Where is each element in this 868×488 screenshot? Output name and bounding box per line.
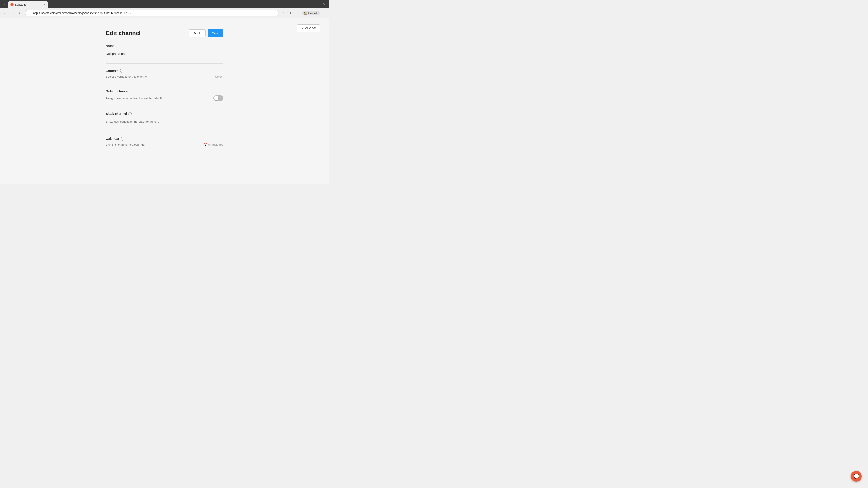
default-channel-row: Assign new tasks to this channel by defa… bbox=[106, 95, 223, 101]
save-button[interactable]: Save bbox=[208, 29, 223, 37]
toolbar-icons: ☆ ⬇ ▭ 🕵 Incognito ⋮ bbox=[280, 10, 327, 16]
close-x-icon: ✕ bbox=[301, 27, 304, 30]
calendar-label-row: Calendar ? bbox=[106, 137, 223, 140]
tab-favicon: S bbox=[10, 3, 13, 6]
default-channel-label: Default channel bbox=[106, 90, 223, 93]
default-channel-toggle[interactable] bbox=[213, 95, 223, 101]
form-title: Edit channel bbox=[106, 30, 141, 37]
slack-section: Slack channel ? bbox=[106, 112, 223, 131]
minimize-button[interactable]: ─ bbox=[309, 1, 315, 7]
context-label: Context bbox=[106, 69, 118, 73]
calendar-value: unassigned bbox=[209, 143, 223, 147]
back-button[interactable]: ← bbox=[2, 10, 8, 16]
form-container: Edit channel Delete Save Name Context ? … bbox=[101, 29, 228, 166]
default-channel-description: Assign new tasks to this channel by defa… bbox=[106, 96, 162, 100]
name-section: Name bbox=[106, 44, 223, 64]
context-row: Select a context for this channel. Selec… bbox=[106, 75, 223, 78]
name-input[interactable] bbox=[106, 50, 223, 58]
reload-button[interactable]: ↻ bbox=[17, 10, 24, 16]
form-header: Edit channel Delete Save bbox=[106, 29, 223, 37]
more-options-icon[interactable]: ⋮ bbox=[321, 10, 327, 16]
incognito-icon: 🕵 bbox=[304, 11, 307, 15]
forward-button[interactable]: → bbox=[9, 10, 16, 16]
incognito-badge: 🕵 Incognito bbox=[302, 11, 320, 15]
slack-label: Slack channel bbox=[106, 112, 127, 116]
tab-close-icon[interactable]: ✕ bbox=[43, 3, 46, 6]
download-icon[interactable]: ⬇ bbox=[287, 10, 294, 16]
maximize-button[interactable]: □ bbox=[315, 1, 321, 7]
toggle-knob bbox=[214, 96, 218, 100]
incognito-label: Incognito bbox=[308, 12, 318, 14]
calendar-help-icon[interactable]: ? bbox=[121, 137, 124, 140]
delete-button[interactable]: Delete bbox=[189, 29, 206, 37]
close-panel-button[interactable]: ✕ CLOSE bbox=[297, 24, 320, 32]
slack-help-icon[interactable]: ? bbox=[128, 112, 131, 116]
slack-label-row: Slack channel ? bbox=[106, 112, 223, 116]
calendar-section: Calendar ? Link this channel to a calend… bbox=[106, 137, 223, 152]
calendar-description: Link this channel to a calendar. bbox=[106, 143, 146, 147]
close-window-button[interactable]: ✕ bbox=[321, 1, 327, 7]
header-actions: Delete Save bbox=[189, 29, 223, 37]
calendar-value-row[interactable]: 📅 unassigned bbox=[203, 143, 223, 147]
context-description: Select a context for this channel. bbox=[106, 75, 148, 78]
calendar-icon: 📅 bbox=[203, 143, 207, 147]
new-tab-button[interactable]: + bbox=[49, 2, 55, 8]
bookmark-icon[interactable]: ☆ bbox=[280, 10, 287, 16]
tab-label: Sunsama bbox=[15, 3, 42, 6]
browser-tab-bar: ‹ S Sunsama ✕ + ─ □ ✕ bbox=[0, 0, 329, 8]
context-section: Context ? Select a context for this chan… bbox=[106, 69, 223, 84]
tab-back-forward: ‹ bbox=[2, 2, 7, 6]
cast-icon[interactable]: ▭ bbox=[295, 10, 301, 16]
default-channel-section: Default channel Assign new tasks to this… bbox=[106, 90, 223, 106]
address-input[interactable] bbox=[25, 10, 279, 16]
window-controls: ─ □ ✕ bbox=[309, 1, 327, 7]
page-content: ✕ CLOSE Edit channel Delete Save Name bbox=[0, 18, 329, 184]
calendar-label: Calendar bbox=[106, 137, 119, 140]
context-help-icon[interactable]: ? bbox=[119, 69, 122, 73]
address-bar-row: ← → ↻ ☆ ⬇ ▭ 🕵 Incognito ⋮ bbox=[0, 8, 329, 18]
name-label: Name bbox=[106, 44, 223, 48]
tab-strip: S Sunsama ✕ + bbox=[8, 0, 308, 8]
active-browser-tab[interactable]: S Sunsama ✕ bbox=[8, 1, 49, 8]
context-label-row: Context ? bbox=[106, 69, 223, 73]
prev-tab-btn[interactable]: ‹ bbox=[2, 2, 7, 6]
calendar-row: Link this channel to a calendar. 📅 unass… bbox=[106, 143, 223, 147]
context-select-link[interactable]: Select bbox=[215, 75, 223, 78]
slack-channel-input[interactable] bbox=[106, 118, 223, 126]
close-label: CLOSE bbox=[305, 27, 316, 30]
